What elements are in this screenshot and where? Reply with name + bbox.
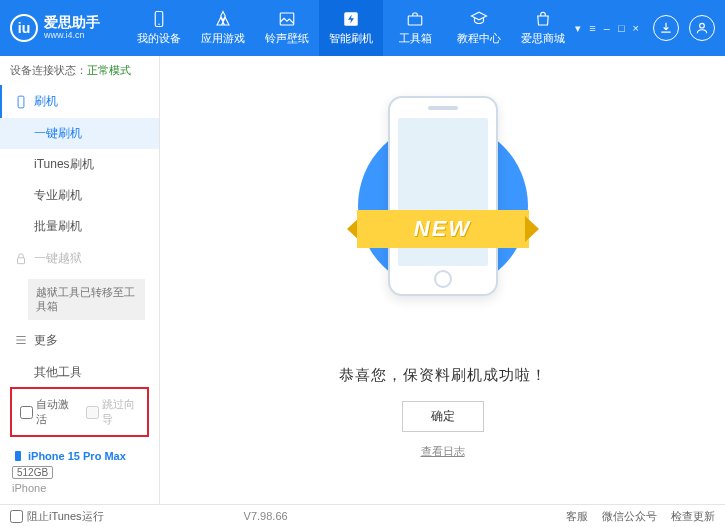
settings-button[interactable]: ≡ bbox=[589, 22, 595, 35]
new-ribbon: NEW bbox=[357, 210, 529, 248]
toolbox-icon bbox=[405, 10, 425, 28]
app-title: 爱思助手 bbox=[44, 15, 100, 30]
block-itunes-checkbox[interactable]: 阻止iTunes运行 bbox=[10, 509, 104, 524]
svg-rect-8 bbox=[15, 451, 21, 461]
logo-icon: iu bbox=[10, 14, 38, 42]
skip-guide-checkbox[interactable]: 跳过向导 bbox=[86, 397, 140, 427]
app-subtitle: www.i4.cn bbox=[44, 31, 100, 41]
phone-icon bbox=[12, 449, 24, 463]
sidebar-item-itunes-flash[interactable]: iTunes刷机 bbox=[0, 149, 159, 180]
ok-button[interactable]: 确定 bbox=[402, 401, 484, 432]
device-type: iPhone bbox=[12, 482, 147, 494]
footer-wechat[interactable]: 微信公众号 bbox=[602, 509, 657, 524]
status-bar-footer: 阻止iTunes运行 V7.98.66 客服 微信公众号 检查更新 bbox=[0, 504, 725, 527]
status-mode: 正常模式 bbox=[87, 64, 131, 76]
nav-ringtone-wallpaper[interactable]: 铃声壁纸 bbox=[255, 0, 319, 56]
wallpaper-icon bbox=[277, 10, 297, 28]
success-message: 恭喜您，保资料刷机成功啦！ bbox=[339, 366, 547, 385]
footer-support[interactable]: 客服 bbox=[566, 509, 588, 524]
sidebar-head-jailbreak[interactable]: 一键越狱 bbox=[0, 242, 159, 275]
phone-flash-icon bbox=[14, 95, 28, 109]
lock-icon bbox=[14, 252, 28, 266]
svg-rect-6 bbox=[18, 96, 24, 108]
tutorial-icon bbox=[469, 10, 489, 28]
user-icon bbox=[695, 21, 709, 35]
connected-device: iPhone 15 Pro Max 512GB iPhone bbox=[0, 443, 159, 504]
footer-check-update[interactable]: 检查更新 bbox=[671, 509, 715, 524]
nav-toolbox[interactable]: 工具箱 bbox=[383, 0, 447, 56]
version-label: V7.98.66 bbox=[244, 510, 288, 522]
main-nav: 我的设备 应用游戏 铃声壁纸 智能刷机 工具箱 教程中心 爱思商城 bbox=[127, 0, 575, 56]
header-controls: ▾ ≡ – □ × bbox=[575, 15, 715, 41]
list-icon bbox=[14, 333, 28, 347]
svg-point-1 bbox=[159, 24, 161, 26]
options-highlight-box: 自动激活 跳过向导 bbox=[10, 387, 149, 437]
sidebar-item-other-tools[interactable]: 其他工具 bbox=[0, 357, 159, 381]
main-content: NEW 恭喜您，保资料刷机成功啦！ 确定 查看日志 bbox=[160, 56, 725, 504]
jailbreak-note: 越狱工具已转移至工具箱 bbox=[28, 279, 145, 320]
maximize-button[interactable]: □ bbox=[618, 22, 625, 35]
close-button[interactable]: × bbox=[633, 22, 639, 35]
download-button[interactable] bbox=[653, 15, 679, 41]
sidebar-head-flash[interactable]: 刷机 bbox=[0, 85, 159, 118]
nav-tutorials[interactable]: 教程中心 bbox=[447, 0, 511, 56]
sidebar-item-pro-flash[interactable]: 专业刷机 bbox=[0, 180, 159, 211]
flash-icon bbox=[341, 10, 361, 28]
nav-store[interactable]: 爱思商城 bbox=[511, 0, 575, 56]
apps-icon bbox=[213, 10, 233, 28]
nav-smart-flash[interactable]: 智能刷机 bbox=[319, 0, 383, 56]
nav-my-device[interactable]: 我的设备 bbox=[127, 0, 191, 56]
view-log-link[interactable]: 查看日志 bbox=[421, 444, 465, 459]
svg-rect-2 bbox=[281, 13, 295, 25]
user-button[interactable] bbox=[689, 15, 715, 41]
svg-rect-4 bbox=[409, 16, 423, 25]
svg-rect-7 bbox=[18, 257, 25, 263]
store-icon bbox=[533, 10, 553, 28]
sidebar-item-batch-flash[interactable]: 批量刷机 bbox=[0, 211, 159, 242]
logo: iu 爱思助手 www.i4.cn bbox=[10, 14, 127, 42]
device-icon bbox=[149, 10, 169, 28]
sidebar-head-more[interactable]: 更多 bbox=[0, 324, 159, 357]
device-status: 设备连接状态：正常模式 bbox=[0, 56, 159, 85]
svg-point-5 bbox=[700, 23, 705, 28]
sidebar: 设备连接状态：正常模式 刷机 一键刷机 iTunes刷机 专业刷机 批量刷机 一… bbox=[0, 56, 160, 504]
menu-button[interactable]: ▾ bbox=[575, 22, 581, 35]
device-storage: 512GB bbox=[12, 466, 53, 479]
success-illustration: NEW bbox=[363, 96, 523, 296]
device-name[interactable]: iPhone 15 Pro Max bbox=[12, 449, 147, 463]
minimize-button[interactable]: – bbox=[604, 22, 610, 35]
title-bar: iu 爱思助手 www.i4.cn 我的设备 应用游戏 铃声壁纸 智能刷机 工具… bbox=[0, 0, 725, 56]
auto-activate-checkbox[interactable]: 自动激活 bbox=[20, 397, 74, 427]
nav-apps-games[interactable]: 应用游戏 bbox=[191, 0, 255, 56]
download-icon bbox=[659, 21, 673, 35]
sidebar-item-oneclick-flash[interactable]: 一键刷机 bbox=[0, 118, 159, 149]
